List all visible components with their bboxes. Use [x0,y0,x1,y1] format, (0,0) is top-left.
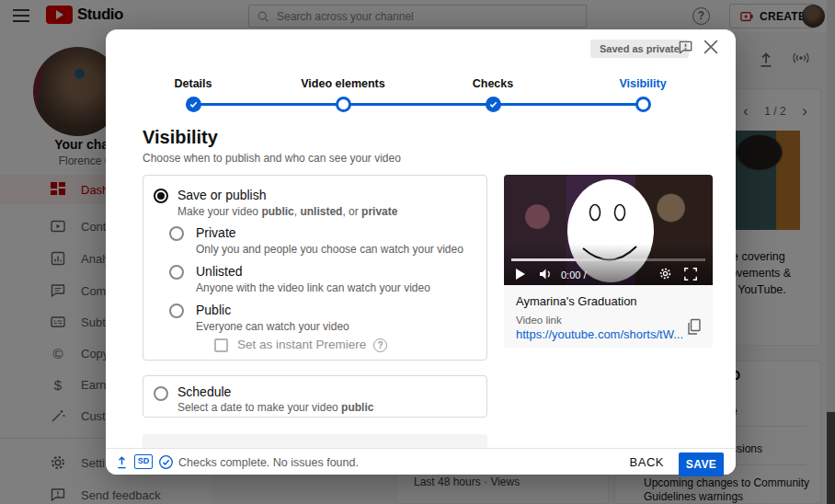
schedule-radio[interactable] [154,386,168,401]
step-visibility-dot[interactable] [635,97,651,112]
page-subtitle: Choose when to publish and who can see y… [143,152,401,165]
save-or-publish-box: Save or publish Make your video public, … [143,175,487,361]
youtube-studio-page: Studio Search across your channel ? CREA… [0,0,835,504]
save-or-publish-desc: Make your video public, unlisted, or pri… [177,205,397,218]
unlisted-label[interactable]: Unlisted [196,264,243,279]
play-icon[interactable] [515,268,526,281]
player-settings-icon[interactable] [658,267,672,281]
step-label-visibility[interactable]: Visibility [619,77,666,90]
step-label-video-elements[interactable]: Video elements [301,77,384,90]
video-title: Aymarina's Graduation [516,294,637,308]
video-timestamp: 0:00 / [561,269,587,281]
step-video-elements-dot[interactable] [336,97,351,112]
video-link-url[interactable]: https://youtube.com/shorts/tW... [516,327,683,341]
video-link-label: Video link [516,315,562,326]
video-progress-bar[interactable] [511,258,705,261]
sd-quality-badge: SD [134,454,153,469]
status-badge: Saved as private [590,40,689,58]
page-title: Visibility [143,127,218,148]
private-label[interactable]: Private [196,225,236,240]
step-checks-check-icon[interactable] [486,97,501,112]
fullscreen-icon[interactable] [684,268,697,281]
instant-premiere-label: Set as instant Premiere [237,338,366,351]
instant-premiere-checkbox[interactable] [214,338,228,352]
unlisted-desc: Anyone with the video link can watch you… [196,281,430,294]
checks-status-text: Checks complete. No issues found. [178,456,359,469]
video-preview[interactable]: 0:00 / [504,175,713,285]
public-radio[interactable] [169,304,184,318]
save-or-publish-radio[interactable] [154,189,168,203]
volume-icon[interactable] [539,268,555,281]
private-desc: Only you and people you choose can watch… [196,243,463,256]
send-feedback-icon[interactable] [678,40,694,56]
schedule-box: Schedule Select a date to make your vide… [143,375,487,418]
processing-upload-icon [115,454,129,470]
step-details-check-icon[interactable] [186,97,201,112]
checks-complete-icon [158,454,174,470]
premiere-help-icon[interactable]: ? [373,338,387,352]
copy-link-icon[interactable] [686,318,703,337]
controls-gradient [504,244,713,285]
next-option-partial [143,434,487,448]
step-label-details[interactable]: Details [175,77,212,90]
stepper-line [193,103,643,106]
dialog-footer: SD Checks complete. No issues found. BAC… [106,448,736,475]
schedule-label[interactable]: Schedule [177,384,231,399]
private-radio[interactable] [169,226,184,241]
public-desc: Everyone can watch your video [196,320,349,333]
back-button[interactable]: BACK [630,455,664,469]
unlisted-radio[interactable] [169,265,184,280]
save-button[interactable]: SAVE [679,452,724,476]
close-icon[interactable] [703,40,720,56]
public-label[interactable]: Public [196,303,231,317]
video-info-panel: Aymarina's Graduation Video link https:/… [504,285,713,348]
video-visibility-dialog: Saved as private Details Video elements … [106,29,736,475]
step-label-checks[interactable]: Checks [473,77,513,90]
progress-fill [511,258,581,261]
save-or-publish-label[interactable]: Save or publish [177,188,267,202]
schedule-desc: Select a date to make your video public [177,401,373,414]
